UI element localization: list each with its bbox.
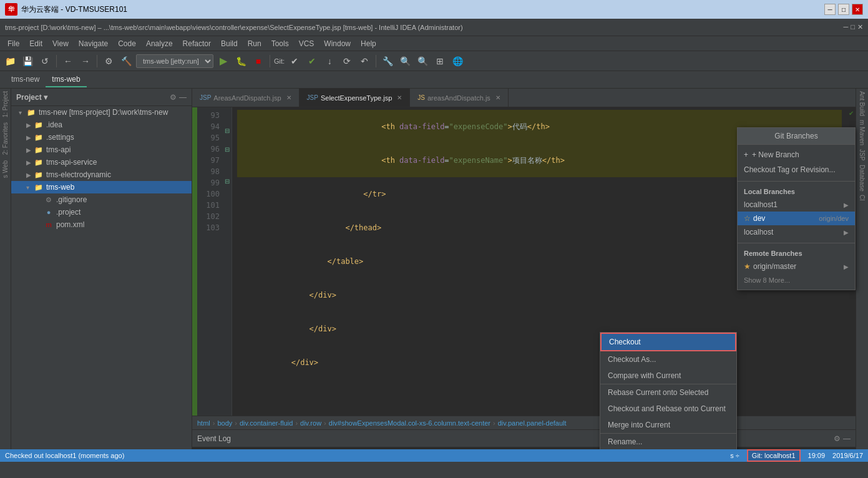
checkout-tag-action[interactable]: Checkout Tag or Revision...: [738, 162, 855, 177]
menu-refactor[interactable]: Refactor: [178, 38, 216, 49]
toolbar-globe-button[interactable]: 🌐: [450, 54, 465, 69]
menu-view[interactable]: View: [47, 38, 74, 49]
log-settings-button[interactable]: ⚙: [834, 434, 841, 443]
menu-window[interactable]: Window: [319, 38, 356, 49]
sidebar-label-favorites[interactable]: 2: Favorites: [2, 122, 9, 155]
right-label-cl[interactable]: Cl: [859, 195, 866, 200]
git-fetch-button[interactable]: ↓: [322, 54, 337, 69]
git-push-button[interactable]: ✔: [305, 54, 319, 69]
stop-button[interactable]: ■: [251, 54, 266, 69]
panel-close-button[interactable]: —: [179, 93, 187, 102]
run-config-dropdown[interactable]: tms-web [jetty:run]: [136, 54, 213, 68]
toolbar-settings-button[interactable]: 🔧: [380, 54, 395, 69]
branches-separator-2: [738, 243, 855, 243]
menu-build[interactable]: Build: [216, 38, 243, 49]
right-label-jsp[interactable]: JSP: [859, 149, 866, 160]
sidebar-label-web[interactable]: s Web: [2, 160, 9, 178]
toolbar-hammer-button[interactable]: 🔨: [119, 54, 134, 69]
close-button[interactable]: ✕: [852, 4, 863, 15]
branch-localhost1-label: localhost1: [744, 200, 778, 209]
ctx-rename[interactable]: Rename...: [600, 434, 736, 449]
ctx-checkout-rebase[interactable]: Checkout and Rebase onto Current: [600, 401, 736, 417]
toolbar-search-button[interactable]: 🔍: [415, 54, 430, 69]
menu-tools[interactable]: Tools: [266, 38, 294, 49]
git-update-button[interactable]: ⟳: [339, 54, 354, 69]
areas-tab-close[interactable]: ✕: [286, 94, 291, 101]
tree-tms-electrodynamic[interactable]: ▶ 📁 tms-electrodynamic: [11, 168, 192, 181]
tree-gitignore[interactable]: ⚙ .gitignore: [11, 193, 192, 206]
tree-project-file[interactable]: ● .project: [11, 206, 192, 218]
menu-navigate[interactable]: Navigate: [74, 38, 113, 49]
branch-dev[interactable]: ☆ dev origin/dev: [738, 212, 855, 225]
window-minimize-button[interactable]: ─: [844, 23, 849, 31]
sidebar-label-project[interactable]: 1: Project: [2, 91, 9, 117]
panel-gear-button[interactable]: ⚙: [170, 93, 177, 102]
status-git-branch[interactable]: Git: localhost1: [747, 449, 801, 462]
tree-root[interactable]: ▾ 📁 tms-new [tms-project] D:\work\tms-ne…: [11, 106, 192, 119]
ctx-checkout[interactable]: Checkout: [600, 333, 736, 351]
panel-actions: ⚙ —: [170, 93, 187, 102]
branch-origin-master[interactable]: ★ origin/master ▶: [738, 260, 855, 273]
tree-tms-api[interactable]: ▶ 📁 tms-api: [11, 144, 192, 156]
git-branch-text: Git: localhost1: [752, 452, 796, 459]
ctx-checkout-as[interactable]: Checkout As...: [600, 351, 736, 368]
right-label-database[interactable]: Database: [859, 165, 866, 192]
minimize-button[interactable]: ─: [824, 4, 836, 15]
menu-run[interactable]: Run: [243, 38, 266, 49]
git-commit-button[interactable]: ✔: [287, 54, 302, 69]
toolbar-new-button[interactable]: 📁: [2, 54, 17, 69]
run-button[interactable]: ▶: [216, 54, 231, 69]
right-label-ant[interactable]: Ant Build: [859, 91, 866, 116]
ctx-rebase[interactable]: Rebase Current onto Selected: [600, 384, 736, 401]
breadcrumb-div-container[interactable]: div.container-fluid: [240, 419, 293, 427]
toolbar-forward-button[interactable]: →: [78, 54, 93, 69]
window-title: tms-project [D:\work\tms-new] – ...\tms-…: [5, 24, 463, 31]
toolbar-back-button[interactable]: ←: [61, 54, 76, 69]
breadcrumb-div-row[interactable]: div.row: [300, 419, 321, 427]
tree-tms-api-service[interactable]: ▶ 📁 tms-api-service: [11, 156, 192, 168]
project-tab-tms-web[interactable]: tms-web: [46, 72, 86, 87]
menu-file[interactable]: File: [2, 38, 24, 49]
dispatch-js-close[interactable]: ✕: [495, 94, 500, 101]
editor-tab-areas[interactable]: JSP AreasAndDispatch.jsp ✕: [192, 89, 300, 107]
breadcrumb-html[interactable]: html: [197, 419, 210, 427]
menu-help[interactable]: Help: [356, 38, 381, 49]
show-more-action[interactable]: Show 8 More...: [738, 273, 855, 287]
right-label-maven[interactable]: m Maven: [859, 120, 866, 145]
toolbar-save-button[interactable]: 💾: [20, 54, 35, 69]
branch-localhost[interactable]: localhost ▶: [738, 225, 855, 239]
ctx-merge[interactable]: Merge into Current: [600, 417, 736, 433]
editor-tab-select[interactable]: JSP SelectExpenseType.jsp ✕: [300, 89, 411, 107]
breadcrumb-div-modal[interactable]: div#showExpensesModal.col-xs-6.column.te…: [329, 419, 490, 427]
toolbar-refresh-button[interactable]: ↺: [37, 54, 52, 69]
breadcrumb-div-panel[interactable]: div.panel.panel-default: [498, 419, 567, 427]
menu-code[interactable]: Code: [113, 38, 141, 49]
window-close-button[interactable]: ✕: [857, 23, 863, 31]
project-tab-tms-new[interactable]: tms-new: [5, 72, 46, 87]
menu-analyze[interactable]: Analyze: [141, 38, 178, 49]
tree-pom-xml[interactable]: m pom.xml: [11, 218, 192, 231]
line-numbers: 93 94 95 96 97 98 99 100 101 102 103: [197, 107, 222, 416]
window-restore-button[interactable]: □: [851, 23, 855, 31]
menu-edit[interactable]: Edit: [24, 38, 47, 49]
toolbar-terminal-button[interactable]: ⊞: [432, 54, 447, 69]
breadcrumb-body[interactable]: body: [217, 419, 232, 427]
restore-button[interactable]: □: [838, 4, 849, 15]
new-branch-action[interactable]: + + New Branch: [738, 147, 855, 162]
tree-idea[interactable]: ▶ 📁 .idea: [11, 119, 192, 131]
event-log: Event Log ⚙ — 18:34 8 files committed: 新…: [192, 429, 856, 449]
branch-localhost-arrow: ▶: [844, 229, 849, 236]
git-revert-button[interactable]: ↶: [357, 54, 372, 69]
tree-tms-api-icon: 📁: [34, 145, 44, 155]
editor-tab-dispatch-js[interactable]: JS areasAndDispatch.js ✕: [410, 89, 509, 107]
tree-settings[interactable]: ▶ 📁 .settings: [11, 131, 192, 144]
toolbar-inspect-button[interactable]: 🔍: [397, 54, 412, 69]
log-close-button[interactable]: —: [843, 434, 851, 443]
menu-vcs[interactable]: VCS: [294, 38, 319, 49]
tree-tms-web[interactable]: ▾ 📁 tms-web: [11, 181, 192, 193]
ctx-compare[interactable]: Compare with Current: [600, 368, 736, 384]
select-tab-close[interactable]: ✕: [397, 94, 402, 101]
branch-localhost1[interactable]: localhost1 ▶: [738, 198, 855, 212]
toolbar-build-button[interactable]: ⚙: [101, 54, 116, 69]
debug-button[interactable]: 🐛: [233, 54, 248, 69]
